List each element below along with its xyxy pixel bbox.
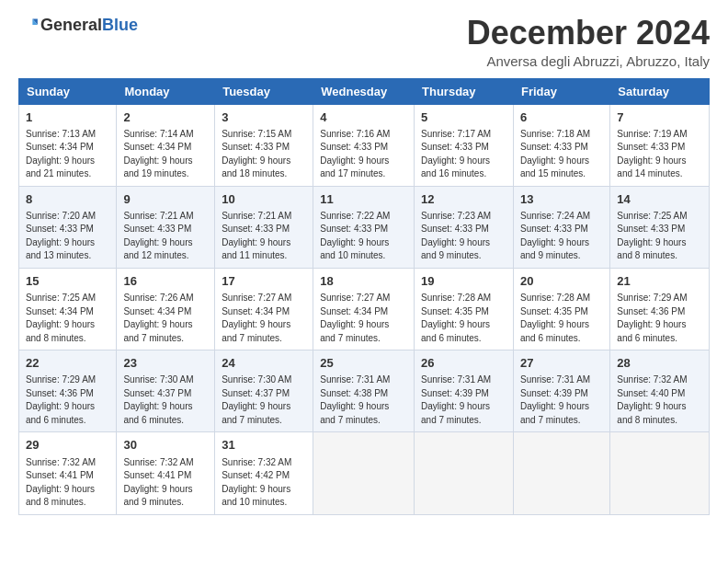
weekday-header-sunday: Sunday: [19, 78, 117, 104]
day-number: 19: [421, 273, 506, 290]
day-info: Sunrise: 7:27 AM Sunset: 4:34 PM Dayligh…: [222, 292, 306, 345]
month-title: December 2024: [467, 15, 710, 52]
header: General Blue December 2024 Anversa degli…: [18, 15, 710, 69]
calendar-cell: 25Sunrise: 7:31 AM Sunset: 4:38 PM Dayli…: [313, 350, 415, 432]
day-number: 9: [123, 191, 208, 208]
calendar-cell: 30Sunrise: 7:32 AM Sunset: 4:41 PM Dayli…: [117, 432, 215, 514]
day-number: 13: [520, 191, 603, 208]
calendar-table: SundayMondayTuesdayWednesdayThursdayFrid…: [18, 78, 710, 515]
day-number: 27: [520, 355, 603, 372]
day-number: 3: [222, 109, 306, 126]
day-info: Sunrise: 7:30 AM Sunset: 4:37 PM Dayligh…: [123, 373, 208, 427]
weekday-header-monday: Monday: [117, 78, 215, 104]
calendar-cell: 2Sunrise: 7:14 AM Sunset: 4:34 PM Daylig…: [117, 104, 215, 186]
calendar-cell: 13Sunrise: 7:24 AM Sunset: 4:33 PM Dayli…: [513, 186, 609, 268]
day-number: 15: [26, 273, 109, 290]
day-number: 22: [26, 355, 109, 372]
day-number: 10: [222, 191, 306, 208]
day-info: Sunrise: 7:18 AM Sunset: 4:33 PM Dayligh…: [520, 128, 603, 181]
calendar-cell: 26Sunrise: 7:31 AM Sunset: 4:39 PM Dayli…: [415, 350, 514, 432]
day-number: 28: [617, 355, 702, 372]
day-number: 12: [421, 191, 506, 208]
calendar-cell: [610, 432, 710, 514]
day-info: Sunrise: 7:19 AM Sunset: 4:33 PM Dayligh…: [617, 128, 702, 181]
day-number: 26: [421, 355, 506, 372]
logo: General Blue: [18, 15, 138, 35]
day-number: 2: [123, 109, 208, 126]
weekday-header-row: SundayMondayTuesdayWednesdayThursdayFrid…: [19, 78, 710, 104]
day-number: 30: [123, 437, 208, 454]
calendar-cell: [415, 432, 514, 514]
title-area: December 2024 Anversa degli Abruzzi, Abr…: [467, 15, 710, 69]
calendar-cell: 29Sunrise: 7:32 AM Sunset: 4:41 PM Dayli…: [19, 432, 117, 514]
calendar-cell: 12Sunrise: 7:23 AM Sunset: 4:33 PM Dayli…: [415, 186, 514, 268]
day-number: 11: [320, 191, 407, 208]
week-row-5: 29Sunrise: 7:32 AM Sunset: 4:41 PM Dayli…: [19, 432, 710, 514]
day-info: Sunrise: 7:29 AM Sunset: 4:36 PM Dayligh…: [26, 373, 109, 427]
calendar-cell: 15Sunrise: 7:25 AM Sunset: 4:34 PM Dayli…: [19, 268, 117, 350]
day-number: 24: [222, 355, 306, 372]
week-row-1: 1Sunrise: 7:13 AM Sunset: 4:34 PM Daylig…: [19, 104, 710, 186]
calendar-cell: 16Sunrise: 7:26 AM Sunset: 4:34 PM Dayli…: [117, 268, 215, 350]
day-info: Sunrise: 7:28 AM Sunset: 4:35 PM Dayligh…: [520, 292, 603, 345]
day-number: 25: [320, 355, 407, 372]
day-number: 4: [320, 109, 407, 126]
day-number: 17: [222, 273, 306, 290]
calendar-cell: 21Sunrise: 7:29 AM Sunset: 4:36 PM Dayli…: [610, 268, 710, 350]
day-info: Sunrise: 7:29 AM Sunset: 4:36 PM Dayligh…: [617, 292, 702, 345]
day-info: Sunrise: 7:25 AM Sunset: 4:34 PM Dayligh…: [26, 292, 109, 345]
calendar-cell: 8Sunrise: 7:20 AM Sunset: 4:33 PM Daylig…: [19, 186, 117, 268]
day-number: 21: [617, 273, 702, 290]
day-info: Sunrise: 7:30 AM Sunset: 4:37 PM Dayligh…: [222, 373, 306, 427]
week-row-4: 22Sunrise: 7:29 AM Sunset: 4:36 PM Dayli…: [19, 350, 710, 432]
calendar-cell: 4Sunrise: 7:16 AM Sunset: 4:33 PM Daylig…: [313, 104, 415, 186]
day-number: 16: [123, 273, 208, 290]
calendar-cell: 31Sunrise: 7:32 AM Sunset: 4:42 PM Dayli…: [215, 432, 313, 514]
day-number: 1: [26, 109, 109, 126]
calendar-cell: 27Sunrise: 7:31 AM Sunset: 4:39 PM Dayli…: [513, 350, 609, 432]
calendar-cell: 14Sunrise: 7:25 AM Sunset: 4:33 PM Dayli…: [610, 186, 710, 268]
day-number: 23: [123, 355, 208, 372]
logo-text-blue: Blue: [102, 16, 138, 35]
day-info: Sunrise: 7:21 AM Sunset: 4:33 PM Dayligh…: [123, 210, 208, 263]
day-number: 5: [421, 109, 506, 126]
day-info: Sunrise: 7:31 AM Sunset: 4:39 PM Dayligh…: [421, 373, 506, 427]
day-info: Sunrise: 7:14 AM Sunset: 4:34 PM Dayligh…: [123, 128, 208, 181]
day-info: Sunrise: 7:17 AM Sunset: 4:33 PM Dayligh…: [421, 128, 506, 181]
day-number: 29: [26, 437, 109, 454]
day-info: Sunrise: 7:32 AM Sunset: 4:40 PM Dayligh…: [617, 373, 702, 427]
day-info: Sunrise: 7:22 AM Sunset: 4:33 PM Dayligh…: [320, 210, 407, 263]
location-title: Anversa degli Abruzzi, Abruzzo, Italy: [467, 53, 710, 69]
calendar-cell: 1Sunrise: 7:13 AM Sunset: 4:34 PM Daylig…: [19, 104, 117, 186]
calendar-cell: 28Sunrise: 7:32 AM Sunset: 4:40 PM Dayli…: [610, 350, 710, 432]
calendar-cell: 17Sunrise: 7:27 AM Sunset: 4:34 PM Dayli…: [215, 268, 313, 350]
weekday-header-tuesday: Tuesday: [215, 78, 313, 104]
day-info: Sunrise: 7:16 AM Sunset: 4:33 PM Dayligh…: [320, 128, 407, 181]
calendar-cell: 10Sunrise: 7:21 AM Sunset: 4:33 PM Dayli…: [215, 186, 313, 268]
day-info: Sunrise: 7:24 AM Sunset: 4:33 PM Dayligh…: [520, 210, 603, 263]
day-info: Sunrise: 7:26 AM Sunset: 4:34 PM Dayligh…: [123, 292, 208, 345]
day-number: 31: [222, 437, 306, 454]
calendar-cell: 7Sunrise: 7:19 AM Sunset: 4:33 PM Daylig…: [610, 104, 710, 186]
day-info: Sunrise: 7:32 AM Sunset: 4:41 PM Dayligh…: [123, 456, 208, 510]
day-info: Sunrise: 7:32 AM Sunset: 4:41 PM Dayligh…: [26, 456, 109, 510]
day-info: Sunrise: 7:13 AM Sunset: 4:34 PM Dayligh…: [26, 128, 109, 181]
weekday-header-thursday: Thursday: [415, 78, 514, 104]
calendar-cell: 23Sunrise: 7:30 AM Sunset: 4:37 PM Dayli…: [117, 350, 215, 432]
calendar-cell: 9Sunrise: 7:21 AM Sunset: 4:33 PM Daylig…: [117, 186, 215, 268]
calendar-cell: [513, 432, 609, 514]
calendar-cell: 3Sunrise: 7:15 AM Sunset: 4:33 PM Daylig…: [215, 104, 313, 186]
day-number: 14: [617, 191, 702, 208]
day-info: Sunrise: 7:15 AM Sunset: 4:33 PM Dayligh…: [222, 128, 306, 181]
calendar-cell: 22Sunrise: 7:29 AM Sunset: 4:36 PM Dayli…: [19, 350, 117, 432]
calendar-cell: 24Sunrise: 7:30 AM Sunset: 4:37 PM Dayli…: [215, 350, 313, 432]
week-row-2: 8Sunrise: 7:20 AM Sunset: 4:33 PM Daylig…: [19, 186, 710, 268]
day-number: 7: [617, 109, 702, 126]
day-info: Sunrise: 7:23 AM Sunset: 4:33 PM Dayligh…: [421, 210, 506, 263]
day-info: Sunrise: 7:21 AM Sunset: 4:33 PM Dayligh…: [222, 210, 306, 263]
calendar-cell: 19Sunrise: 7:28 AM Sunset: 4:35 PM Dayli…: [415, 268, 514, 350]
calendar-cell: 20Sunrise: 7:28 AM Sunset: 4:35 PM Dayli…: [513, 268, 609, 350]
week-row-3: 15Sunrise: 7:25 AM Sunset: 4:34 PM Dayli…: [19, 268, 710, 350]
calendar-cell: 11Sunrise: 7:22 AM Sunset: 4:33 PM Dayli…: [313, 186, 415, 268]
day-number: 6: [520, 109, 603, 126]
